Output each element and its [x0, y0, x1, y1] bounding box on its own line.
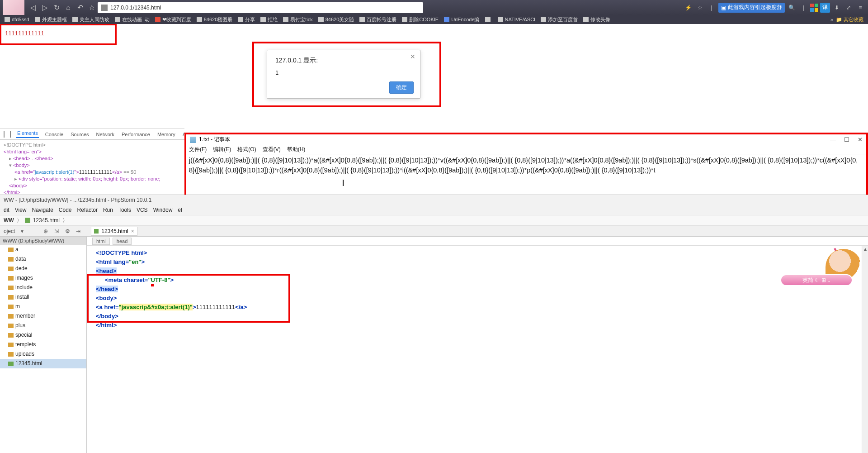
reload-button[interactable]: ↻: [51, 2, 62, 14]
tab-memory[interactable]: Memory: [156, 132, 176, 137]
menu-run[interactable]: Run: [103, 207, 113, 213]
editor-tab[interactable]: 12345.html ×: [91, 227, 137, 236]
menu-file[interactable]: 文件(F): [189, 146, 207, 153]
tree-root[interactable]: WWW (D:\phpStudy\WWW): [0, 237, 86, 245]
scrollbar[interactable]: ▴: [862, 246, 868, 453]
scroll-up-icon[interactable]: ▴: [862, 246, 868, 252]
menu-edit[interactable]: dit: [4, 207, 9, 213]
bookmark-item[interactable]: NATIVE/ASCI: [495, 17, 538, 22]
menu-help[interactable]: 帮助(H): [287, 146, 306, 153]
dom-tree[interactable]: <!DOCTYPE html> <html lang="en"> ▸ <head…: [0, 140, 184, 198]
bookmark-item[interactable]: 分享: [235, 16, 258, 23]
star-icon[interactable]: ☆: [695, 3, 705, 13]
payload-link[interactable]: 111111111111: [5, 30, 44, 37]
notepad-icon: [190, 137, 196, 143]
translate-icon[interactable]: 译: [820, 3, 830, 13]
menu-tools[interactable]: Tools: [118, 207, 131, 213]
bookmark-item[interactable]: 易付宝tick: [280, 16, 316, 23]
sep: |: [707, 3, 717, 13]
tree-folder[interactable]: special: [0, 330, 86, 340]
hide-icon[interactable]: ⇥: [75, 228, 82, 235]
tree-folder[interactable]: a: [0, 245, 86, 254]
bookmark-item[interactable]: UrlEncode编: [441, 16, 482, 23]
target-icon[interactable]: ⊕: [42, 228, 49, 235]
apps-icon[interactable]: [810, 4, 818, 12]
menu-code[interactable]: Code: [59, 207, 72, 213]
menu-format[interactable]: 格式(O): [237, 146, 256, 153]
bookmark-item[interactable]: 修改头像: [580, 16, 613, 23]
undo-button[interactable]: ↶: [74, 2, 86, 14]
project-tree: WWW (D:\phpStudy\WWW) a data dede images…: [0, 237, 87, 453]
tree-folder[interactable]: uploads: [0, 349, 86, 359]
tree-folder[interactable]: data: [0, 254, 86, 264]
menu-icon[interactable]: ≡: [855, 3, 865, 13]
menu-refactor[interactable]: Refactor: [77, 207, 98, 213]
bookmark-item[interactable]: 在线动画_动: [112, 16, 152, 23]
alert-title: 127.0.0.1 显示:: [275, 57, 412, 65]
tree-folder[interactable]: plus: [0, 321, 86, 330]
menu-window[interactable]: Window: [153, 207, 173, 213]
breadcrumb: WW 〉 12345.html 〉: [0, 215, 868, 226]
download-icon[interactable]: ⬇: [832, 3, 842, 13]
bookmark-item[interactable]: 84620美女随: [316, 16, 357, 23]
tab-console[interactable]: Console: [44, 132, 64, 137]
home-button[interactable]: ⌂: [62, 2, 74, 14]
forward-button[interactable]: ▷: [39, 2, 51, 14]
device-icon[interactable]: [10, 131, 11, 138]
browser-toolbar: ◁ ▷ ↻ ⌂ ↶ ☆ 127.0.0.1/12345.html ⚡ ☆ | ▣…: [0, 0, 868, 15]
page-icon: [101, 5, 108, 11]
menu-view[interactable]: View: [15, 207, 27, 213]
bookmark-item[interactable]: [482, 17, 495, 22]
tab-sources[interactable]: Sources: [70, 132, 90, 137]
menu-view[interactable]: 查看(V): [263, 146, 281, 153]
bookmark-item[interactable]: ❤收藏到百度: [152, 16, 194, 23]
search-icon[interactable]: 🔍: [787, 3, 797, 13]
tree-folder[interactable]: install: [0, 292, 86, 302]
phpstorm-window: WW - [D:/phpStudy/WWW] - ...\12345.html …: [0, 195, 868, 453]
ok-button[interactable]: 确定: [389, 81, 414, 94]
menu-edit[interactable]: 编辑(E): [213, 146, 231, 153]
inspect-icon[interactable]: [4, 131, 5, 138]
expand-icon[interactable]: ⤢: [844, 3, 854, 13]
flash-icon[interactable]: ⚡: [683, 3, 693, 13]
bookmark-item[interactable]: 外观主题框: [32, 16, 70, 23]
close-icon[interactable]: ✕: [410, 53, 415, 60]
close-tab-icon[interactable]: ×: [131, 228, 134, 234]
code-editor[interactable]: html head <!DOCTYPE html> <html lang="en…: [87, 237, 868, 453]
menu-vcs[interactable]: VCS: [137, 207, 148, 213]
phpstorm-menubar: dit View Navigate Code Refactor Run Tool…: [0, 205, 868, 215]
tree-file[interactable]: 12345.html: [0, 359, 86, 368]
bookmark-item[interactable]: dfd5ssd: [2, 17, 32, 22]
tree-folder[interactable]: member: [0, 311, 86, 321]
collapse-icon[interactable]: ⇲: [53, 228, 60, 235]
close-button[interactable]: ✕: [858, 136, 863, 143]
back-button[interactable]: ◁: [27, 2, 39, 14]
tree-folder[interactable]: images: [0, 273, 86, 283]
bookmark-folder[interactable]: 其它收藏: [833, 16, 866, 23]
tree-folder[interactable]: dede: [0, 264, 86, 273]
tree-folder[interactable]: include: [0, 283, 86, 292]
minimize-button[interactable]: —: [830, 136, 836, 143]
notepad-titlebar[interactable]: 1.txt - 记事本 — ☐ ✕: [186, 134, 866, 145]
editor-pathbar: html head: [87, 237, 868, 246]
bookmark-item[interactable]: 添加至百度首: [538, 16, 580, 23]
favorite-button[interactable]: ☆: [86, 2, 98, 14]
bookmark-item[interactable]: 84620楼图册: [194, 16, 236, 23]
tab-elements[interactable]: Elements: [16, 130, 39, 138]
tab-network[interactable]: Network: [95, 132, 115, 137]
tree-folder[interactable]: templets: [0, 340, 86, 349]
menu-help[interactable]: el: [178, 207, 182, 213]
bookmark-item[interactable]: 拒绝: [258, 16, 280, 23]
menu-navigate[interactable]: Navigate: [32, 207, 53, 213]
bookmark-item[interactable]: 百度帐号注册: [357, 16, 399, 23]
promo-badge[interactable]: ▣此游戏内容引起极度舒: [718, 3, 785, 13]
tab-performance[interactable]: Performance: [121, 132, 151, 137]
maximize-button[interactable]: ☐: [844, 136, 849, 143]
dropdown-icon[interactable]: ▾: [19, 228, 26, 235]
url-text: 127.0.0.1/12345.html: [110, 5, 161, 11]
gear-icon[interactable]: ⚙: [64, 228, 71, 235]
bookmark-item[interactable]: 删除COOKIE: [399, 16, 441, 23]
tree-folder[interactable]: m: [0, 302, 86, 311]
bookmark-item[interactable]: 关主人同防攻: [70, 16, 112, 23]
address-bar[interactable]: 127.0.0.1/12345.html: [98, 2, 423, 13]
